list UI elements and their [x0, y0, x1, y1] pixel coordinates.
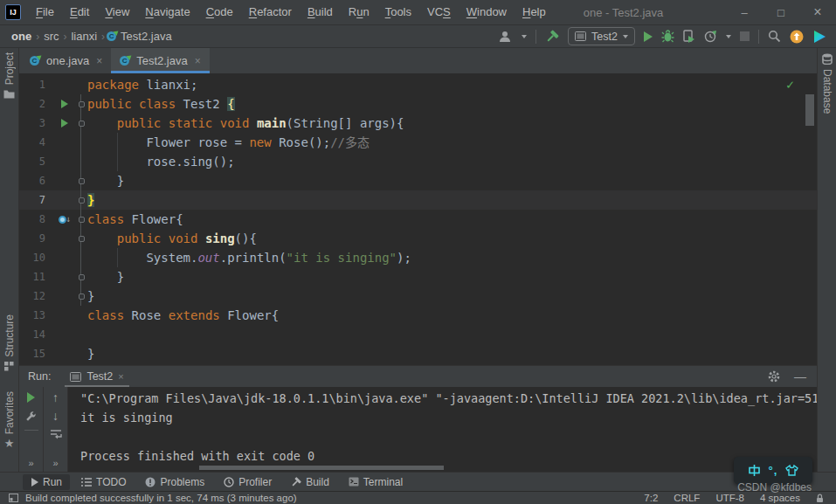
menu-window[interactable]: Window: [459, 0, 515, 24]
soft-wrap-icon[interactable]: [50, 429, 62, 439]
run-with-coverage-icon[interactable]: [683, 30, 695, 43]
fold-marker[interactable]: [79, 217, 85, 223]
toolbar-run-button[interactable]: Run: [23, 474, 70, 490]
menu-build[interactable]: Build: [300, 0, 341, 24]
up-arrow-icon[interactable]: ↑: [52, 392, 59, 403]
menu-tools[interactable]: Tools: [377, 0, 419, 24]
update-notification-icon[interactable]: [790, 30, 804, 44]
close-button[interactable]: ×: [799, 0, 836, 24]
run-console-tab[interactable]: Test2 ×: [63, 366, 130, 387]
console-icon: [70, 372, 81, 382]
breadcrumb-project[interactable]: one: [9, 30, 34, 43]
console-scrollbar[interactable]: [199, 466, 444, 470]
menu-help[interactable]: Help: [515, 0, 554, 24]
gradient-arrow-icon[interactable]: [812, 30, 827, 44]
fold-marker[interactable]: [79, 101, 85, 107]
run-toolbar-left: »: [19, 387, 44, 472]
lock-icon[interactable]: [816, 494, 824, 503]
toolbar-problems-button[interactable]: Problems: [137, 474, 212, 490]
hide-panel-icon[interactable]: —: [794, 369, 806, 383]
user-profile-icon[interactable]: [499, 31, 513, 43]
search-icon[interactable]: [768, 30, 781, 43]
tool-window-database-button[interactable]: Database: [818, 53, 836, 114]
code-line[interactable]: }: [87, 190, 817, 210]
editor-scrollbar[interactable]: [805, 94, 814, 126]
code-line[interactable]: public void sing(){: [87, 229, 817, 248]
stop-button[interactable]: [740, 31, 750, 41]
close-tab-icon[interactable]: ×: [195, 55, 201, 67]
toolbar-profiler-button[interactable]: Profiler: [216, 474, 280, 490]
tab-test2-java[interactable]: C Test2.java ×: [111, 48, 210, 73]
fold-marker[interactable]: [79, 293, 85, 300]
tool-window-structure-button[interactable]: Structure: [0, 314, 18, 371]
menu-refactor[interactable]: Refactor: [241, 0, 300, 24]
tab-one-java[interactable]: C one.java ×: [21, 48, 111, 73]
line-separator[interactable]: CRLF: [674, 493, 700, 503]
breadcrumb-src[interactable]: src: [41, 30, 61, 43]
code-line[interactable]: System.out.println("it is singing");: [87, 248, 817, 267]
rerun-button[interactable]: [27, 392, 35, 403]
run-line-icon[interactable]: [61, 119, 68, 128]
code-line[interactable]: }: [87, 171, 817, 190]
code-line[interactable]: Flower rose = new Rose();//多态: [87, 133, 817, 152]
ime-punctuation-icon[interactable]: °,: [769, 464, 778, 477]
code-line[interactable]: class Rose extends Flower{: [87, 306, 817, 325]
menu-navigate[interactable]: Navigate: [137, 0, 197, 24]
breadcrumb-file[interactable]: Test2.java: [118, 30, 175, 43]
chevron-down-icon[interactable]: [726, 35, 731, 38]
tool-window-toggle-icon[interactable]: [9, 494, 18, 502]
subclassed-marker-icon[interactable]: ↓: [59, 210, 71, 229]
menu-view[interactable]: View: [97, 0, 137, 24]
code-line[interactable]: class Flower{: [87, 210, 817, 229]
fold-marker[interactable]: [79, 178, 85, 184]
code-editor[interactable]: 1package lianxi;2public class Test2 {3 p…: [19, 73, 817, 365]
ime-skin-shirt-icon[interactable]: [785, 465, 798, 476]
menu-run[interactable]: Run: [341, 0, 377, 24]
menu-code[interactable]: Code: [198, 0, 241, 24]
code-line[interactable]: package lianxi;: [87, 75, 817, 94]
fold-marker[interactable]: [79, 197, 85, 204]
menu-vcs[interactable]: VCS: [419, 0, 459, 24]
code-line[interactable]: }: [87, 267, 817, 287]
code-line[interactable]: [87, 325, 817, 344]
code-line[interactable]: }: [87, 344, 817, 363]
more-actions-icon[interactable]: »: [52, 458, 58, 468]
tool-window-favorites-button[interactable]: Favorites ★: [0, 391, 18, 449]
debug-bug-icon[interactable]: [661, 30, 674, 43]
toolbar-terminal-button[interactable]: Terminal: [341, 474, 411, 490]
run-configuration-select[interactable]: Test2: [568, 27, 635, 45]
close-tab-icon[interactable]: ×: [118, 371, 123, 382]
file-encoding[interactable]: UTF-8: [715, 493, 744, 503]
close-tab-icon[interactable]: ×: [96, 55, 102, 67]
profiler-clock-icon[interactable]: [704, 30, 717, 43]
indent-setting[interactable]: 4 spaces: [760, 493, 800, 503]
fold-marker[interactable]: [79, 121, 85, 127]
tool-window-project-button[interactable]: Project: [0, 52, 18, 99]
build-hammer-icon[interactable]: [545, 30, 559, 44]
ime-chinese-mode-icon[interactable]: [748, 464, 761, 477]
code-token: main: [257, 116, 287, 130]
inspections-ok-icon[interactable]: ✓: [786, 77, 794, 93]
run-console-output[interactable]: "C:\Program Files\Java\jdk-18.0.1.1\bin\…: [68, 387, 817, 472]
menu-edit[interactable]: Edit: [62, 0, 97, 24]
fold-marker[interactable]: [79, 274, 85, 280]
chevron-down-icon[interactable]: [522, 35, 527, 38]
wrench-icon[interactable]: [25, 411, 37, 422]
more-actions-icon[interactable]: »: [28, 458, 33, 468]
code-line[interactable]: public class Test2 {: [87, 94, 817, 114]
fold-marker[interactable]: [79, 236, 85, 242]
code-line[interactable]: public static void main(String[] args){: [87, 114, 817, 133]
code-line[interactable]: }: [87, 287, 817, 306]
code-line[interactable]: rose.sing();: [87, 152, 817, 171]
down-arrow-icon[interactable]: ↓: [52, 411, 59, 421]
run-button[interactable]: [644, 31, 653, 42]
gear-icon[interactable]: [768, 370, 780, 383]
run-line-icon[interactable]: [61, 100, 68, 108]
caret-position[interactable]: 7:2: [644, 493, 658, 503]
menu-file[interactable]: File: [28, 0, 62, 24]
toolbar-build-button[interactable]: Build: [283, 474, 337, 490]
minimize-button[interactable]: –: [726, 0, 763, 24]
maximize-button[interactable]: □: [763, 0, 799, 24]
toolbar-todo-button[interactable]: TODO: [73, 474, 134, 490]
breadcrumb-package[interactable]: lianxi: [68, 30, 100, 43]
